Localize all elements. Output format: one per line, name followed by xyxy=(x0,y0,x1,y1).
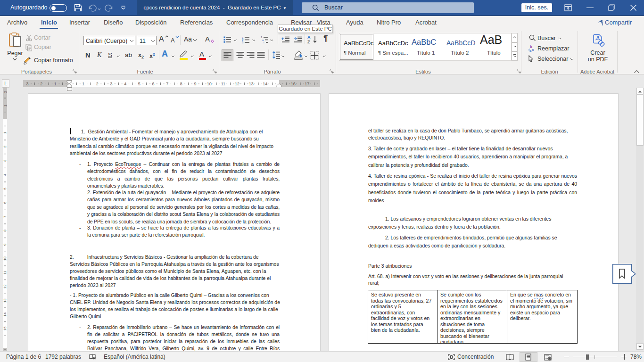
svg-text:4: 4 xyxy=(3,173,8,176)
svg-text:14: 14 xyxy=(263,82,267,86)
svg-text:2: 2 xyxy=(96,82,99,86)
svg-text:5: 5 xyxy=(138,82,140,86)
svg-text:2: 2 xyxy=(3,146,8,148)
svg-text:1: 1 xyxy=(3,132,8,134)
svg-text:1: 1 xyxy=(82,82,84,86)
svg-text:5: 5 xyxy=(3,188,8,190)
svg-text:3: 3 xyxy=(110,82,112,86)
svg-text:17: 17 xyxy=(305,82,309,86)
svg-text:8: 8 xyxy=(180,82,182,86)
svg-text:c: c xyxy=(532,48,535,52)
svg-text:2: 2 xyxy=(3,90,8,93)
svg-text:10: 10 xyxy=(3,256,8,261)
svg-text:6: 6 xyxy=(152,82,154,86)
svg-text:10: 10 xyxy=(207,82,212,86)
svg-text:1: 1 xyxy=(3,104,8,107)
svg-text:2: 2 xyxy=(40,82,42,86)
svg-text:7: 7 xyxy=(166,82,168,86)
svg-text:9: 9 xyxy=(3,243,8,246)
svg-text:3: 3 xyxy=(26,82,28,86)
svg-text:6: 6 xyxy=(3,201,8,204)
svg-text:4: 4 xyxy=(124,82,126,86)
svg-text:3: 3 xyxy=(242,41,244,43)
svg-text:11: 11 xyxy=(3,271,8,275)
svg-text:13: 13 xyxy=(3,298,8,303)
svg-text:i: i xyxy=(264,41,264,43)
svg-text:7: 7 xyxy=(3,215,8,218)
svg-text:12: 12 xyxy=(3,284,8,288)
svg-text:3: 3 xyxy=(3,159,8,162)
svg-text:16: 16 xyxy=(291,82,296,86)
svg-text:13: 13 xyxy=(249,82,254,86)
svg-text:12: 12 xyxy=(235,82,239,86)
svg-text:11: 11 xyxy=(221,82,225,86)
svg-text:9: 9 xyxy=(194,82,196,86)
svg-text:8: 8 xyxy=(3,230,8,232)
svg-text:15: 15 xyxy=(3,326,8,330)
svg-text:14: 14 xyxy=(3,312,8,316)
svg-text:1: 1 xyxy=(54,82,57,86)
